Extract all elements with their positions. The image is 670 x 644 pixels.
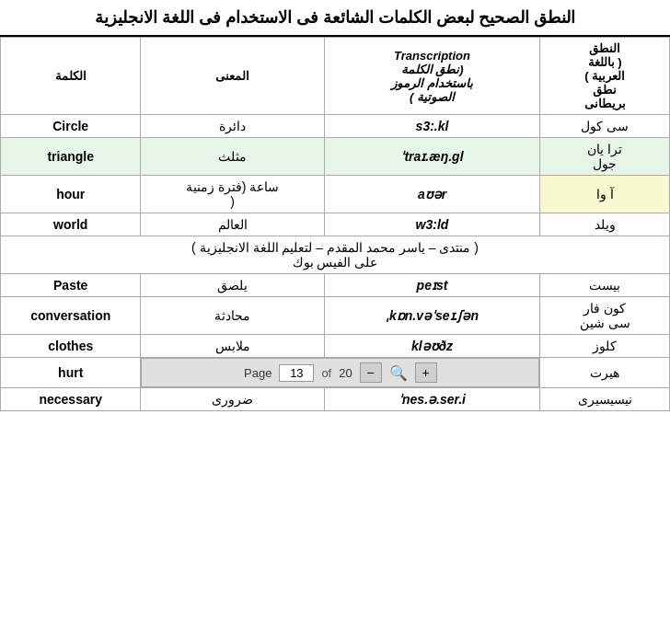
- cell-word-conversation: conversation: [1, 297, 141, 335]
- cell-meaning-conversation: محادثة: [141, 297, 324, 335]
- cell-arabic-circle: سى كول: [540, 115, 670, 138]
- table-row: conversation محادثة ˌkɒn.vəˈseɪ.ʃən كون …: [1, 297, 670, 335]
- page-label: Page: [244, 366, 271, 380]
- cell-meaning-necessary: ضرورى: [141, 388, 324, 411]
- cell-transcription-paste: peɪst: [324, 274, 540, 297]
- cell-meaning-triangle: مثلث: [141, 138, 324, 176]
- cell-transcription-world: w3:ld: [324, 213, 540, 236]
- cell-word-triangle: triangle: [1, 138, 141, 176]
- cell-word-hour: hour: [1, 176, 141, 213]
- separator-text: ( منتدى – ياسر محمد المقدم – لتعليم اللغ…: [1, 236, 670, 274]
- cell-arabic-clothes: كلوز: [540, 335, 670, 358]
- table-row: world العالم w3:ld ويلد: [1, 213, 670, 236]
- table-row: Circle دائرة s3:.kl سى كول: [1, 115, 670, 138]
- zoom-out-button[interactable]: −: [360, 362, 382, 383]
- table-row: Paste يلصق peɪst بيست: [1, 274, 670, 297]
- table-row: hour ساعة (فترة زمنية ( aʊər آ وا: [1, 176, 670, 213]
- page-total: 20: [339, 366, 352, 380]
- cell-word-circle: Circle: [1, 115, 141, 138]
- cell-meaning-circle: دائرة: [141, 115, 324, 138]
- main-table: الكلمة المعنى Transcription (نطق الكلمة …: [0, 37, 670, 411]
- header-meaning: المعنى: [141, 38, 324, 115]
- cell-arabic-hour: آ وا: [540, 176, 670, 213]
- cell-meaning-hour: ساعة (فترة زمنية (: [141, 176, 324, 213]
- cell-transcription-clothes: kləʊðz: [324, 335, 540, 358]
- zoom-in-button[interactable]: +: [415, 362, 437, 383]
- cell-arabic-conversation: كون فار سى شين: [540, 297, 670, 335]
- page-title: النطق الصحيح لبعض الكلمات الشائعة فى الا…: [0, 0, 670, 37]
- cell-transcription-triangle: ˈtraɪ.æŋ.gl: [324, 138, 540, 176]
- separator-row: ( منتدى – ياسر محمد المقدم – لتعليم اللغ…: [1, 236, 670, 274]
- cell-word-necessary: necessary: [1, 388, 141, 411]
- cell-word-paste: Paste: [1, 274, 141, 297]
- cell-arabic-hurt: هيرت: [540, 358, 670, 388]
- cell-arabic-world: ويلد: [540, 213, 670, 236]
- cell-transcription-hour: aʊər: [324, 176, 540, 213]
- bottom-bar: Page of 20 − 🔍 +: [141, 358, 539, 387]
- cell-arabic-triangle: ترا يان جول: [540, 138, 670, 176]
- header-word: الكلمة: [1, 38, 141, 115]
- table-row: necessary ضرورى ˈnes.ə.ser.i نيسيسيرى: [1, 388, 670, 411]
- cell-arabic-paste: بيست: [540, 274, 670, 297]
- cell-arabic-necessary: نيسيسيرى: [540, 388, 670, 411]
- cell-word-clothes: clothes: [1, 335, 141, 358]
- cell-meaning-clothes: ملابس: [141, 335, 324, 358]
- cell-transcription-conversation: ˌkɒn.vəˈseɪ.ʃən: [324, 297, 540, 335]
- cell-transcription-circle: s3:.kl: [324, 115, 540, 138]
- zoom-icon: 🔍: [389, 364, 408, 382]
- cell-meaning-paste: يلصق: [141, 274, 324, 297]
- table-row: triangle مثلث ˈtraɪ.æŋ.gl ترا يان جول: [1, 138, 670, 176]
- page-number-input[interactable]: [279, 364, 314, 382]
- table-row: clothes ملابس kləʊðz كلوز: [1, 335, 670, 358]
- header-transcription: Transcription (نطق الكلمة باستخدام الرمو…: [324, 38, 540, 115]
- table-header-row: الكلمة المعنى Transcription (نطق الكلمة …: [1, 38, 670, 115]
- cell-word-hurt: hurt: [1, 358, 141, 388]
- page-separator: of: [321, 366, 331, 380]
- table-row: hurt Page of 20 − 🔍 + هيرت: [1, 358, 670, 388]
- cell-word-world: world: [1, 213, 141, 236]
- header-arabic: النطق ( باللغة العربية ) نطق بريطانى: [540, 38, 670, 115]
- cell-transcription-necessary: ˈnes.ə.ser.i: [324, 388, 540, 411]
- cell-meaning-world: العالم: [141, 213, 324, 236]
